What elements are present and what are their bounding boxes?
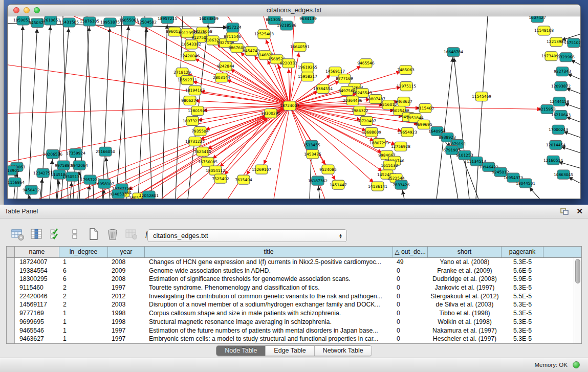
graph-node[interactable]: 9699695 [415, 120, 432, 129]
graph-node[interactable]: 12525403 [254, 30, 274, 39]
graph-node[interactable]: 12801945 [188, 106, 207, 116]
column-header-out_de[interactable]: △ out_de... [393, 247, 428, 257]
table-row[interactable]: 946554611997Estimation of the future num… [7, 326, 574, 335]
graph-node[interactable]: 16187362 [308, 176, 328, 185]
graph-node[interactable]: 1615132 [381, 161, 398, 170]
graph-node[interactable]: 15751074 [564, 38, 581, 48]
graph-node[interactable]: 1453475 [304, 149, 321, 159]
graph-node[interactable]: 9524085 [319, 165, 337, 174]
graph-node[interactable]: 8711546 [224, 32, 241, 41]
column-header-short[interactable]: short [428, 247, 502, 257]
column-header-title[interactable]: title [145, 247, 393, 257]
svg-text:20364436: 20364436 [343, 98, 362, 103]
float-panel-icon[interactable] [560, 207, 569, 215]
graph-node[interactable]: 9242844 [217, 62, 234, 71]
svg-text:7615404: 7615404 [235, 178, 252, 182]
graph-node[interactable]: 2803144 [213, 73, 230, 82]
svg-text:7935504: 7935504 [191, 129, 209, 134]
graph-node[interactable]: 16033809 [199, 16, 219, 24]
graph-node[interactable]: 18973210 [183, 116, 202, 125]
network-window-titlebar[interactable]: citations_edges.txt [8, 5, 580, 16]
side-panel-divider[interactable] [0, 0, 4, 205]
graph-node[interactable]: 11431505 [59, 18, 79, 27]
table-row[interactable]: 1830029562008Estimation of significance … [7, 275, 574, 283]
graph-node[interactable]: 8942064 [71, 161, 88, 170]
graph-node[interactable]: 11545469 [472, 92, 491, 101]
graph-node[interactable]: 12975115 [397, 82, 416, 91]
table-row[interactable]: 977716911998Corpus callosum shape and si… [7, 309, 574, 318]
table-source-dropdown[interactable]: citations_edges.txt ▲ ▼ [147, 229, 347, 242]
table-row[interactable]: 911546021997Tourette syndrome. Phenomeno… [7, 283, 574, 292]
row-gutter [7, 300, 15, 309]
graph-node[interactable]: 7935504 [191, 126, 209, 136]
graph-node[interactable]: 9465546 [357, 59, 375, 68]
graph-node[interactable]: 7833426 [393, 180, 410, 189]
table-vertical-scrollbar[interactable] [574, 258, 581, 343]
close-panel-icon[interactable]: ✕ [576, 207, 583, 216]
create-column-button[interactable] [86, 227, 101, 242]
graph-node[interactable]: 9227343 [554, 67, 571, 76]
graph-node[interactable]: 11548108 [534, 26, 554, 35]
graph-node[interactable]: 15269107 [252, 165, 271, 174]
tab-node-table[interactable]: Node Table [216, 346, 266, 356]
tab-edge-table[interactable]: Edge Table [266, 346, 314, 356]
svg-text:20206536: 20206536 [43, 152, 62, 157]
graph-node[interactable]: 7986372 [351, 106, 368, 116]
graph-node[interactable]: 7625415 [194, 147, 211, 156]
graph-node[interactable]: 16756085 [198, 157, 217, 166]
row-filler [543, 275, 574, 283]
graph-node[interactable]: 1513455 [303, 140, 320, 149]
column-header-pagerank[interactable]: pagerank [502, 247, 543, 257]
graph-node[interactable]: 1451447 [330, 180, 347, 189]
graph-node[interactable]: 9450412 [23, 185, 39, 194]
graph-node[interactable]: 16648784 [444, 48, 463, 57]
graph-node[interactable]: 9975887 [55, 161, 72, 170]
column-header-year[interactable]: year [108, 247, 145, 257]
graph-node[interactable]: 15958217 [298, 72, 317, 81]
graph-node[interactable]: 9463627 [395, 97, 412, 106]
graph-node[interactable]: 7485063 [397, 65, 415, 75]
show-columns-button[interactable] [29, 227, 45, 242]
graph-node[interactable]: 19619265 [298, 63, 317, 72]
table-row[interactable]: 946362711997Embryonic stem cells: a mode… [7, 335, 574, 343]
graph-node[interactable]: 9806274 [181, 96, 199, 105]
network-canvas[interactable]: 1059053194503251261065111431505158763051… [8, 16, 580, 199]
graph-node[interactable]: 16055061 [119, 16, 139, 25]
table-row[interactable]: 1938455462009Genome-wide association stu… [7, 267, 574, 275]
tab-network-table[interactable]: Network Table [315, 346, 372, 356]
graph-node[interactable]: 9777169 [336, 74, 353, 83]
select-visible-columns-button[interactable] [48, 227, 63, 242]
graph-node[interactable]: 8220333 [280, 59, 297, 68]
graph-node[interactable]: 12160514 [543, 156, 563, 165]
column-header-name[interactable]: name [15, 247, 59, 257]
column-header-in_degree[interactable]: in_degree [59, 247, 108, 257]
clear-selection-button[interactable] [67, 227, 82, 242]
table-row[interactable]: 1872400712008Changes of HCN gene express… [7, 258, 574, 267]
graph-node[interactable]: 14136141 [368, 182, 387, 191]
table-row[interactable]: 1456911722003Disruption of a novel membe… [7, 300, 574, 309]
graph-node[interactable]: 25166050 [96, 147, 115, 156]
graph-node[interactable]: 9115460 [417, 104, 434, 113]
graph-node[interactable]: 12342757 [33, 168, 53, 178]
graph-node[interactable]: 11156864 [8, 178, 25, 187]
graph-node[interactable]: 19654923 [398, 127, 417, 137]
graph-node[interactable]: 9240533 [110, 189, 127, 199]
graph-node[interactable]: 17359924 [66, 148, 85, 158]
table-row[interactable]: 969969511998Structural magnetic resonanc… [7, 318, 574, 326]
graph-node[interactable]: 7857224 [224, 23, 242, 32]
graph-node[interactable]: 10688609 [362, 127, 381, 137]
graph-node[interactable]: 9634139 [299, 16, 317, 24]
scrollbar-thumb[interactable] [575, 259, 580, 283]
delete-column-button[interactable] [105, 227, 120, 242]
graph-node[interactable]: 18194107 [185, 86, 205, 95]
graph-node[interactable]: 10720407 [357, 116, 376, 125]
table-row[interactable]: 2242004622012Investigating the contribut… [7, 292, 574, 301]
network-desktop-background: citations_edges.txt 10590531945032512610… [0, 0, 588, 205]
graph-node[interactable]: 7525402 [212, 174, 229, 183]
graph-node[interactable]: 18957215 [158, 16, 177, 24]
graph-node[interactable]: 1607427 [529, 16, 546, 23]
graph-node[interactable]: 7615404 [235, 175, 252, 184]
table-mode-button[interactable] [10, 227, 26, 242]
delete-table-button[interactable] [124, 227, 139, 242]
graph-node[interactable]: 9329966 [557, 53, 575, 62]
